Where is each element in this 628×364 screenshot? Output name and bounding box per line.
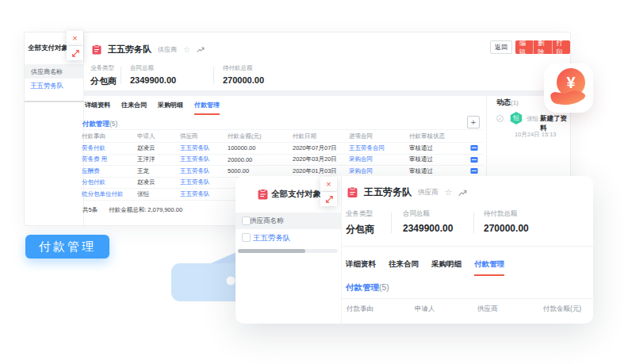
col-applicant: 申请人 [137, 132, 180, 140]
share-icon[interactable] [458, 189, 467, 197]
scrollbar-thumb[interactable] [238, 249, 305, 253]
popup-supplier-column-header: 供应商名称 [236, 213, 341, 229]
col-supplier: 供应商 [180, 132, 228, 140]
popup-info-pending-total: 待付款总额 270000.00 [484, 209, 529, 234]
back-button[interactable]: 返回 [490, 40, 512, 54]
feature-badge: 付款管理 [25, 235, 109, 259]
payment-feature-icon: ¥ [544, 63, 593, 113]
tab-detail-info[interactable]: 详细资料 [346, 259, 376, 276]
detail-tabs: 详细资料 往来合同 采购明细 付款管理 [85, 101, 220, 115]
info-pending-total: 待付款总额 270000.00 [223, 64, 264, 85]
tab-detail-info[interactable]: 详细资料 [85, 101, 110, 115]
tab-payment-management[interactable]: 付款管理 [194, 101, 220, 115]
reason-link[interactable]: 分包付款 [82, 178, 137, 186]
popup-list-item-label: 王五劳务队 [253, 233, 291, 243]
contract-link[interactable]: 采购合同 [349, 155, 409, 163]
section-title-label: 付款管理 [82, 120, 109, 128]
list-panel-title-label: 全部支付对象 [28, 44, 68, 53]
row-checkbox[interactable] [242, 233, 251, 242]
col-amount: 付款金额(元) [543, 305, 581, 314]
record-type-label: 供应商 [158, 45, 177, 54]
info-value: 270000.00 [484, 223, 529, 234]
popup-detail-tabs: 详细资料 往来合同 采购明细 付款管理 [346, 259, 504, 276]
applicant-cell: 张恒 [137, 190, 180, 198]
tab-purchase-detail[interactable]: 采购明细 [158, 101, 183, 115]
reason-link[interactable]: 劳务费 用 [82, 155, 137, 163]
payment-record-icon[interactable] [470, 144, 478, 151]
row-count: 共5条 [82, 206, 98, 214]
applicant-cell: 王洋洋 [137, 155, 180, 163]
delete-button[interactable]: 删除 [533, 40, 551, 54]
activity-title-label: 动态 [496, 98, 511, 106]
action-button-group: 编辑 删除 打印 [515, 40, 570, 54]
panel-divider [25, 101, 84, 102]
list-item-supplier[interactable]: 王五劳务队 [25, 79, 84, 94]
contract-link[interactable]: 王五劳务合同 [349, 144, 409, 152]
popup-list-item[interactable]: 王五劳务队 [236, 229, 341, 247]
clipboard-icon [258, 189, 268, 200]
applicant-cell: 赵凌云 [137, 144, 180, 152]
tab-contracts[interactable]: 往来合同 [121, 101, 147, 115]
activity-timestamp: 10月24日 15:13 [515, 131, 557, 139]
avatar: 恒 [510, 112, 523, 125]
expand-icon[interactable] [67, 46, 83, 60]
supplier-link[interactable]: 王五劳务队 [180, 144, 228, 152]
popup-info-contract-total: 合同总额 2349900.00 [403, 209, 453, 234]
section-title-label: 付款管理 [346, 282, 379, 292]
info-label: 合同总额 [130, 64, 176, 72]
add-payment-button[interactable]: + [467, 116, 480, 128]
popup-window: 全部支付对象 × 供应商名称 王五劳务队 王五劳务队 供应商 ☆ 业务类型 [236, 176, 593, 324]
contract-link[interactable]: 采购合同 [349, 167, 409, 175]
popup-record-type-label: 供应商 [418, 188, 438, 197]
feature-badge-label: 付款管理 [39, 239, 96, 255]
horizontal-scrollbar [238, 249, 338, 253]
col-applicant: 申请人 [415, 305, 435, 314]
print-button[interactable]: 打印 [552, 40, 570, 54]
col-status: 付款审核状态 [409, 132, 461, 140]
supplier-link[interactable]: 王五劳务队 [180, 155, 228, 163]
supplier-link[interactable]: 王五劳务队 [180, 178, 228, 186]
amount-cell: 5000.00 [228, 167, 293, 174]
share-icon[interactable] [197, 46, 205, 53]
section-title: 付款管理(5) [82, 120, 117, 129]
reason-link[interactable]: 劳务付款 [82, 144, 137, 152]
reason-link[interactable]: 应酬费 [82, 167, 137, 175]
avatar-letter: 恒 [513, 114, 519, 122]
col-reason: 付款事由 [347, 305, 373, 314]
applicant-cell: 赵凌云 [137, 178, 180, 186]
table-row: 劳务付款 赵凌云 王五劳务队 100000.00 2020年07月07日 王五劳… [82, 143, 483, 155]
divider [473, 213, 474, 233]
divider [121, 67, 121, 84]
supplier-link[interactable]: 王五劳务队 [180, 167, 228, 175]
select-all-checkbox[interactable] [242, 216, 251, 225]
activity-title: 动态(1) [496, 98, 519, 108]
tab-payment-management[interactable]: 付款管理 [474, 259, 504, 276]
divider [213, 67, 214, 84]
tab-contracts[interactable]: 往来合同 [389, 259, 419, 276]
info-contract-total: 合同总额 2349900.00 [130, 64, 176, 85]
reason-link[interactable]: 统分包单位付款 [82, 190, 137, 198]
popup-info-business-type: 业务类型 分包商 [346, 209, 374, 236]
expand-icon[interactable] [320, 192, 337, 206]
star-icon[interactable]: ☆ [183, 45, 190, 54]
tab-purchase-detail[interactable]: 采购明细 [431, 259, 461, 276]
date-cell: 2020年07月07日 [293, 144, 349, 152]
clipboard-icon [92, 44, 101, 55]
page-title: 王五劳务队 [108, 44, 151, 56]
info-value: 分包商 [346, 223, 374, 236]
yen-symbol: ¥ [566, 74, 576, 91]
table-header-row: 付款事由 申请人 供应商 付款金额(元) 付款日期 进项合同 付款审核状态 [82, 129, 483, 143]
list-item-label: 王五劳务队 [30, 82, 64, 91]
edit-button[interactable]: 编辑 [515, 40, 533, 54]
activity-count: (1) [511, 99, 519, 106]
close-icon[interactable]: × [67, 31, 83, 45]
payment-record-icon[interactable] [470, 167, 478, 174]
supplier-link[interactable]: 王五劳务队 [180, 190, 228, 198]
col-contract: 进项合同 [349, 132, 409, 140]
hand-icon [550, 90, 585, 105]
status-cell: 审核通过 [409, 167, 461, 175]
payment-record-icon[interactable] [470, 156, 478, 163]
close-icon[interactable]: × [320, 177, 337, 191]
star-icon[interactable]: ☆ [445, 187, 453, 197]
section-count: (5) [109, 120, 117, 128]
